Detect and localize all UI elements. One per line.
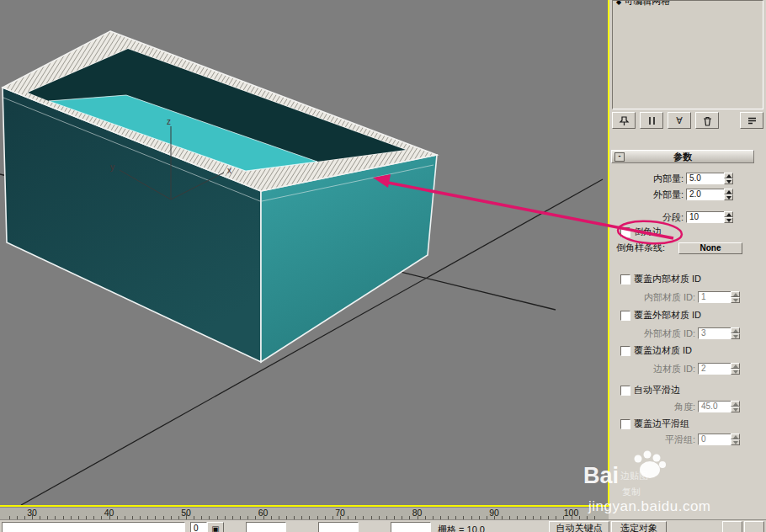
time-control-button[interactable] <box>722 521 742 532</box>
diamond-icon: ◆ <box>616 0 621 6</box>
modifier-stack-item[interactable]: ◆ 可编辑网格 <box>613 0 763 8</box>
configure-modifier-sets-button[interactable] <box>740 112 763 129</box>
override-inner-row: 覆盖内部材质 ID <box>609 274 766 286</box>
outer-mat-spinner[interactable] <box>731 327 740 339</box>
gizmo-x-label: x <box>227 166 231 175</box>
edge-mat-row: 边材质 ID: 2 <box>609 363 766 375</box>
auto-smooth-label: 自动平滑边 <box>634 385 680 396</box>
bevel-edges-label: 倒角边 <box>634 226 662 237</box>
pin-stack-icon <box>618 115 630 126</box>
outer-amount-label: 外部量: <box>609 189 684 200</box>
inner-amount-field[interactable]: 5.0 <box>686 173 726 184</box>
bevel-spline-row: 倒角样条线: None <box>609 242 766 255</box>
selection-lock-button[interactable]: ▣ <box>207 522 224 532</box>
edge-map-label: 边贴图 <box>620 470 648 482</box>
override-inner-checkbox[interactable] <box>620 274 630 285</box>
edge-mat-spinner[interactable] <box>731 363 740 375</box>
smooth-grp-field[interactable]: 0 <box>698 434 732 445</box>
segments-label: 分段: <box>609 211 684 223</box>
modifier-stack-item-label: 可编辑网格 <box>624 0 670 6</box>
bevel-edges-row: 倒角边 <box>609 226 766 239</box>
bevel-spline-none-button[interactable]: None <box>678 242 742 254</box>
smooth-grp-row: 平滑组: 0 <box>609 434 766 446</box>
angle-field[interactable]: 45.0 <box>698 401 732 412</box>
parameters-rollout-header[interactable]: - 参数 <box>611 150 754 163</box>
outer-mat-row: 外部材质 ID: 3 <box>609 327 766 340</box>
transform-x-field[interactable] <box>246 522 286 532</box>
inner-amount-label: 内部量: <box>609 173 684 184</box>
trash-icon <box>701 115 714 126</box>
outer-mat-label: 外部材质 ID: <box>609 327 695 339</box>
edge-map-value-dropdown[interactable]: 复制 <box>622 486 641 498</box>
gizmo-y-label: y <box>110 162 114 172</box>
status-bar: 0 ▣ 栅格 = 10.0 自动关键点 选定对象 <box>0 519 766 532</box>
viewport-scene: z x y <box>0 0 608 505</box>
viewport-nav-button[interactable] <box>744 521 764 532</box>
inner-amount-spinner[interactable] <box>724 173 733 184</box>
override-edge-checkbox[interactable] <box>620 346 630 356</box>
override-outer-label: 覆盖外部材质 ID <box>634 310 701 321</box>
make-unique-button[interactable]: ∀ <box>668 112 691 129</box>
trackbar[interactable]: 30405060708090100 <box>0 507 609 520</box>
smooth-grp-spinner[interactable] <box>731 434 740 445</box>
outer-amount-row: 外部量: 2.0 <box>609 189 766 201</box>
bevel-edges-checkbox[interactable] <box>620 227 630 237</box>
override-smooth-label: 覆盖边平滑组 <box>634 418 689 429</box>
override-edge-label: 覆盖边材质 ID <box>634 345 692 356</box>
auto-smooth-row: 自动平滑边 <box>609 385 766 397</box>
remove-modifier-button[interactable] <box>695 112 719 129</box>
perspective-viewport[interactable]: z x y <box>0 0 609 507</box>
inner-mat-label: 内部材质 ID: <box>609 291 695 303</box>
auto-key-button[interactable]: 自动关键点 <box>549 521 609 532</box>
outer-mat-field[interactable]: 3 <box>698 327 732 339</box>
angle-spinner[interactable] <box>731 401 740 412</box>
list-icon <box>746 115 758 126</box>
inner-mat-spinner[interactable] <box>731 291 740 303</box>
key-filter-button[interactable]: 选定对象 <box>611 521 667 532</box>
transform-z-field[interactable] <box>391 522 431 532</box>
outer-amount-field[interactable]: 2.0 <box>686 189 726 200</box>
bevel-spline-label: 倒角样条线: <box>616 242 665 253</box>
angle-row: 角度: 45.0 <box>609 401 766 413</box>
command-panel: ◆ 可编辑网格 ∀ - 参 <box>609 0 766 519</box>
gizmo-z-label: z <box>167 117 171 126</box>
modifier-stack-list[interactable]: ◆ 可编辑网格 <box>612 0 763 109</box>
inner-mat-row: 内部材质 ID: 1 <box>609 291 766 304</box>
override-smooth-row: 覆盖边平滑组 <box>609 418 766 431</box>
prompt-field <box>2 522 185 532</box>
override-edge-row: 覆盖边材质 ID <box>609 345 766 358</box>
show-end-result-icon <box>646 115 658 126</box>
pin-stack-button[interactable] <box>612 112 636 129</box>
outer-amount-spinner[interactable] <box>724 189 733 200</box>
grid-size-label: 栅格 = 10.0 <box>438 524 485 532</box>
edge-mat-label: 边材质 ID: <box>609 363 695 375</box>
override-outer-checkbox[interactable] <box>620 311 630 321</box>
show-end-result-button[interactable] <box>640 112 663 129</box>
override-outer-row: 覆盖外部材质 ID <box>609 310 766 322</box>
smooth-grp-label: 平滑组: <box>609 434 695 445</box>
segments-spinner[interactable] <box>724 211 733 223</box>
inner-amount-row: 内部量: 5.0 <box>609 173 766 185</box>
make-unique-icon: ∀ <box>676 115 683 126</box>
inner-mat-field[interactable]: 1 <box>698 291 732 303</box>
override-inner-label: 覆盖内部材质 ID <box>634 274 701 285</box>
transform-y-field[interactable] <box>318 522 359 532</box>
rollout-collapse-icon[interactable]: - <box>614 152 625 162</box>
auto-smooth-checkbox[interactable] <box>620 386 630 396</box>
counter-field[interactable]: 0 <box>190 522 207 532</box>
override-smooth-checkbox[interactable] <box>620 419 630 429</box>
angle-label: 角度: <box>609 401 695 412</box>
segments-row: 分段: 10 <box>609 211 766 224</box>
modifier-stack-toolbar: ∀ <box>612 112 763 129</box>
edge-mat-field[interactable]: 2 <box>698 363 732 375</box>
segments-field[interactable]: 10 <box>686 211 726 223</box>
rollout-title: 参数 <box>673 152 692 162</box>
